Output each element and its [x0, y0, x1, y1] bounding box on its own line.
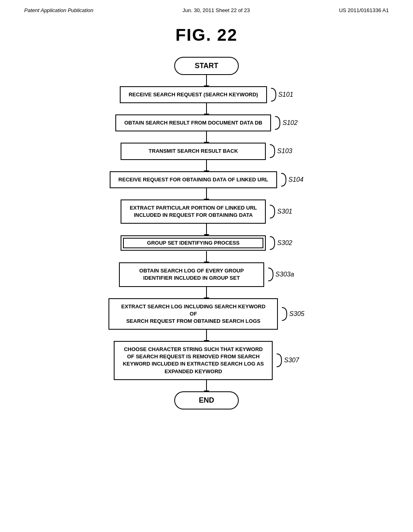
header-center: Jun. 30, 2011 Sheet 22 of 23: [182, 7, 250, 13]
step-s302-bracket: [268, 235, 275, 251]
step-s102-bracket: [273, 115, 281, 131]
step-s101-label: S101: [278, 91, 293, 98]
step-s303a-row: OBTAIN SEARCH LOG OF EVERY GROUP IDENTIF…: [24, 262, 389, 287]
arrow-5: [206, 188, 207, 200]
step-s101-bracket: [269, 87, 277, 103]
arrow-8: [206, 287, 207, 298]
step-s305-content: EXTRACT SEARCH LOG INCLUDING SEARCH KEYW…: [108, 298, 304, 330]
arrow-4: [206, 160, 207, 171]
page-header: Patent Application Publication Jun. 30, …: [0, 0, 413, 17]
step-s303a-box: OBTAIN SEARCH LOG OF EVERY GROUP IDENTIF…: [119, 262, 264, 287]
arrow-2: [206, 103, 207, 114]
step-s307-box: CHOOSE CHARACTER STRING SUCH THAT KEYWOR…: [114, 341, 273, 380]
step-s302-label: S302: [277, 239, 292, 247]
step-s103-content: TRANSMIT SEARCH RESULT BACK S103: [121, 143, 292, 160]
step-s104-row: RECEIVE REQUEST FOR OBTAINING DATA OF LI…: [24, 171, 389, 188]
arrow-down-icon-3: [206, 131, 207, 143]
figure-title: FIG. 22: [0, 25, 413, 45]
step-s305-box: EXTRACT SEARCH LOG INCLUDING SEARCH KEYW…: [108, 298, 278, 330]
step-s103-label: S103: [277, 148, 292, 155]
step-s302-content: GROUP SET IDENTIFYING PROCESS S302: [121, 235, 292, 251]
step-s101-row: RECEIVE SEARCH REQUEST (SEARCH KEYWORD) …: [24, 86, 389, 103]
arrow-down-icon: [206, 75, 207, 86]
arrow-1: [206, 75, 207, 86]
arrow-down-icon-6: [206, 224, 207, 235]
arrow-7: [206, 251, 207, 262]
step-s303a-content: OBTAIN SEARCH LOG OF EVERY GROUP IDENTIF…: [119, 262, 294, 287]
step-s301-row: EXTRACT PARTICULAR PORTION OF LINKED URL…: [24, 200, 389, 224]
arrow-down-icon-8: [206, 287, 207, 298]
step-s301-label: S301: [277, 208, 292, 215]
arrow-6: [206, 224, 207, 235]
step-s307-bracket: [275, 352, 282, 368]
step-s102-content: OBTAIN SEARCH RESULT FROM DOCUMENT DATA …: [115, 114, 298, 131]
step-s305-row: EXTRACT SEARCH LOG INCLUDING SEARCH KEYW…: [24, 298, 389, 330]
arrow-down-icon-10: [206, 380, 207, 391]
step-s303a-label: S303a: [275, 271, 294, 278]
step-s103-row: TRANSMIT SEARCH RESULT BACK S103: [24, 143, 389, 160]
flowchart-diagram: START RECEIVE SEARCH REQUEST (SEARCH KEY…: [0, 57, 413, 409]
arrow-down-icon-4: [206, 160, 207, 171]
step-s301-box: EXTRACT PARTICULAR PORTION OF LINKED URL…: [121, 200, 266, 224]
step-s301-bracket: [268, 204, 275, 220]
step-s307-content: CHOOSE CHARACTER STRING SUCH THAT KEYWOR…: [114, 341, 299, 380]
step-s307-row: CHOOSE CHARACTER STRING SUCH THAT KEYWOR…: [24, 341, 389, 380]
start-oval: START: [174, 57, 239, 75]
step-s307-label: S307: [284, 357, 299, 364]
step-s104-box: RECEIVE REQUEST FOR OBTAINING DATA OF LI…: [110, 171, 277, 188]
end-oval: END: [174, 391, 239, 409]
step-s103-box: TRANSMIT SEARCH RESULT BACK: [121, 143, 266, 160]
arrow-down-icon-7: [206, 251, 207, 262]
step-s103-bracket: [268, 143, 275, 159]
end-node: END: [24, 391, 389, 409]
step-s305-bracket: [280, 306, 288, 322]
step-s302-box: GROUP SET IDENTIFYING PROCESS: [121, 235, 266, 251]
header-right: US 2011/0161336 A1: [339, 7, 389, 13]
step-s302-row: GROUP SET IDENTIFYING PROCESS S302: [24, 235, 389, 251]
step-s102-row: OBTAIN SEARCH RESULT FROM DOCUMENT DATA …: [24, 114, 389, 131]
start-node: START: [24, 57, 389, 75]
step-s101-content: RECEIVE SEARCH REQUEST (SEARCH KEYWORD) …: [120, 86, 293, 103]
step-s305-label: S305: [289, 310, 304, 318]
arrow-9: [206, 330, 207, 341]
arrow-down-icon-2: [206, 103, 207, 114]
step-s102-label: S102: [282, 119, 297, 127]
arrow-down-icon-9: [206, 330, 207, 341]
arrow-down-icon-5: [206, 188, 207, 200]
arrow-3: [206, 131, 207, 143]
arrow-10: [206, 380, 207, 391]
step-s102-box: OBTAIN SEARCH RESULT FROM DOCUMENT DATA …: [115, 114, 271, 131]
step-s301-content: EXTRACT PARTICULAR PORTION OF LINKED URL…: [121, 200, 292, 224]
step-s303a-bracket: [267, 266, 274, 283]
step-s104-content: RECEIVE REQUEST FOR OBTAINING DATA OF LI…: [110, 171, 304, 188]
header-left: Patent Application Publication: [24, 7, 94, 13]
step-s104-label: S104: [288, 176, 303, 183]
step-s101-box: RECEIVE SEARCH REQUEST (SEARCH KEYWORD): [120, 86, 267, 103]
step-s104-bracket: [280, 172, 287, 188]
